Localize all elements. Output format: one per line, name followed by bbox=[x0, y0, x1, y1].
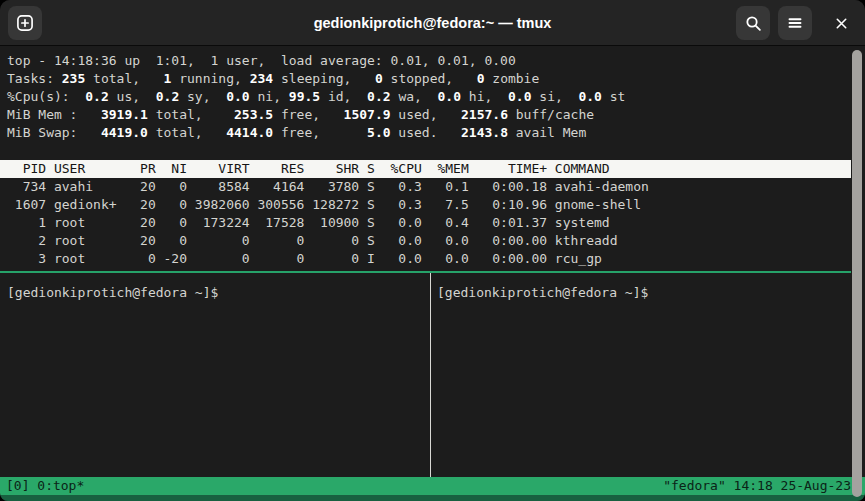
top-summary-line: Tasks: 235 total, 1 running, 234 sleepin… bbox=[7, 70, 851, 88]
menu-button[interactable] bbox=[778, 6, 812, 40]
top-summary-line: top - 14:18:36 up 1:01, 1 user, load ave… bbox=[7, 52, 851, 70]
top-summary-line: %Cpu(s): 0.2 us, 0.2 sy, 0.0 ni, 99.5 id… bbox=[7, 88, 851, 106]
close-button[interactable] bbox=[824, 6, 858, 40]
top-summary-line: MiB Swap: 4419.0 total, 4414.0 free, 5.0… bbox=[7, 124, 851, 142]
status-bar-edge bbox=[0, 495, 865, 501]
search-button[interactable] bbox=[736, 6, 770, 40]
titlebar[interactable]: gedionkiprotich@fedora:~ — tmux bbox=[0, 0, 865, 46]
process-row: 3 root 0 -20 0 0 0 I 0.0 0.0 0:00.00 rcu… bbox=[7, 250, 851, 268]
top-summary-line: MiB Mem : 3919.1 total, 253.5 free, 1507… bbox=[7, 106, 851, 124]
tmux-window-list[interactable]: [0] 0:top* bbox=[6, 477, 84, 495]
shell-prompt-left[interactable]: [gedionkiprotich@fedora ~]$ bbox=[7, 284, 218, 302]
process-row: 734 avahi 20 0 8584 4164 3780 S 0.3 0.1 … bbox=[7, 178, 851, 196]
shell-prompt-right[interactable]: [gedionkiprotich@fedora ~]$ bbox=[437, 284, 648, 302]
new-tab-button[interactable] bbox=[8, 6, 42, 40]
new-tab-icon bbox=[16, 14, 34, 32]
blank-line bbox=[7, 142, 851, 160]
process-row: 1 root 20 0 173224 17528 10900 S 0.0 0.4… bbox=[7, 214, 851, 232]
scrollbar-thumb[interactable] bbox=[852, 50, 862, 497]
tmux-status-bar: [0] 0:top* "fedora" 14:18 25-Aug-23 bbox=[0, 477, 865, 495]
tmux-pane-border-horizontal[interactable] bbox=[0, 271, 851, 273]
close-icon bbox=[834, 16, 849, 31]
tmux-status-right: "fedora" 14:18 25-Aug-23 bbox=[663, 477, 851, 495]
terminal-content[interactable]: top - 14:18:36 up 1:01, 1 user, load ave… bbox=[0, 46, 865, 501]
tmux-pane-border-vertical[interactable] bbox=[430, 273, 431, 477]
search-icon bbox=[745, 15, 762, 32]
process-row: 1607 gedionk+ 20 0 3982060 300556 128272… bbox=[7, 196, 851, 214]
process-row: 2 root 20 0 0 0 0 S 0.0 0.0 0:00.00 kthr… bbox=[7, 232, 851, 250]
top-pane[interactable]: top - 14:18:36 up 1:01, 1 user, load ave… bbox=[0, 52, 851, 268]
window-title: gedionkiprotich@fedora:~ — tmux bbox=[120, 0, 745, 46]
terminal-window: gedionkiprotich@fedora:~ — tmux top - 14… bbox=[0, 0, 865, 501]
hamburger-menu-icon bbox=[787, 15, 803, 31]
process-table-header: PID USER PR NI VIRT RES SHR S %CPU %MEM … bbox=[0, 160, 851, 178]
